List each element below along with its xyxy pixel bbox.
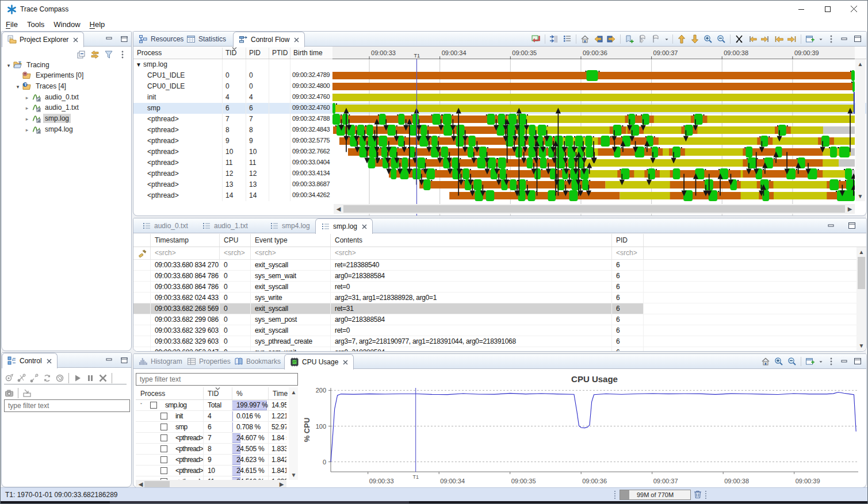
usage-row--pthread-8[interactable]: <pthread>824.505 %1.833 s: [136, 444, 286, 455]
close-tab-icon[interactable]: [343, 360, 348, 365]
event-row-1[interactable]: 09:00:33.680 864 7860sys_sem_waitarg0=21…: [133, 271, 856, 282]
menu-help[interactable]: Help: [85, 18, 110, 30]
go-end-button[interactable]: [786, 33, 798, 45]
scroll-down-icon[interactable]: ▼: [289, 470, 299, 480]
view-menu-button[interactable]: [825, 33, 838, 45]
tab-smp4-log[interactable]: smp4.log: [265, 218, 315, 233]
events-vertical-scrollbar[interactable]: ▲▼: [856, 247, 866, 351]
expand-icon[interactable]: ▸: [22, 125, 32, 133]
window-maximize-button[interactable]: [815, 1, 841, 18]
expand-icon[interactable]: ▸: [22, 114, 32, 122]
events-column-contents[interactable]: Contents: [330, 234, 611, 247]
flow-column-ptid[interactable]: PTID: [269, 47, 290, 59]
events-column-pid[interactable]: PID: [611, 234, 643, 247]
cpu-usage-filter-input[interactable]: type filter text: [136, 373, 298, 386]
event-row-5[interactable]: 09:00:33.682 299 0860sys_sem_postarg0=21…: [133, 314, 856, 325]
flow-column-tid[interactable]: TID: [222, 47, 246, 59]
scroll-right-icon[interactable]: ▶: [845, 204, 855, 214]
expand-icon[interactable]: ˇ: [140, 402, 142, 408]
tab-statistics[interactable]: Statistics: [181, 32, 231, 47]
scroll-thumb[interactable]: [858, 257, 865, 289]
minimize-button[interactable]: [825, 220, 838, 232]
usage-vertical-scrollbar[interactable]: ▲▼: [289, 387, 298, 480]
reset-time-button[interactable]: [579, 33, 591, 45]
add-bookmark-button[interactable]: [623, 33, 636, 45]
event-row-2[interactable]: 09:00:33.680 864 7860exit_syscallret=06: [133, 282, 856, 293]
start-trace-button[interactable]: [71, 372, 84, 384]
expand-icon[interactable]: ▸: [22, 103, 32, 111]
flow-vertical-scrollbar[interactable]: ▲▼: [855, 59, 865, 201]
maximize-button[interactable]: [851, 33, 864, 45]
event-row-4[interactable]: 09:00:33.682 268 5690exit_syscallret=316: [133, 303, 856, 314]
import-session-button[interactable]: [53, 372, 66, 384]
trash-icon[interactable]: [694, 490, 702, 499]
scroll-right-icon[interactable]: ▶: [277, 480, 286, 488]
tab-bookmarks[interactable]: Bookmarks: [229, 354, 286, 369]
event-row-3[interactable]: 09:00:33.682 024 4330sys_writearg2=31, a…: [133, 293, 856, 303]
new-connection-button[interactable]: [3, 372, 16, 384]
connect-button[interactable]: [16, 372, 28, 384]
expand-icon[interactable]: ▾: [4, 61, 13, 69]
scroll-up-icon[interactable]: ▲: [855, 59, 865, 69]
cpu-usage-chart[interactable]: CPU Usage% CPU010020009:00:3309:00:3409:…: [300, 370, 866, 487]
dropdown-button[interactable]: [663, 33, 670, 45]
tab-histogram[interactable]: Histogram: [133, 354, 188, 369]
next-marker-button[interactable]: [649, 33, 662, 45]
expand-icon[interactable]: ▸: [22, 93, 32, 101]
tab-properties[interactable]: Properties: [182, 354, 236, 369]
move-up-button[interactable]: [675, 33, 688, 45]
events-filter-cell[interactable]: <srch>: [250, 249, 276, 257]
close-tab-icon[interactable]: [294, 37, 299, 43]
checkbox[interactable]: [150, 402, 157, 409]
zoom-out-button[interactable]: [786, 355, 798, 368]
checkbox[interactable]: [160, 467, 167, 474]
zoom-out-button[interactable]: [715, 33, 728, 45]
reset-time-button[interactable]: [759, 355, 772, 368]
import-trace-button[interactable]: [21, 387, 33, 399]
align-views-button[interactable]: [530, 33, 542, 45]
new-view-button[interactable]: [804, 355, 816, 368]
usage-row-init-4[interactable]: init40.016 %1.221 ms: [136, 411, 286, 422]
events-filter-cell[interactable]: <srch>: [219, 249, 245, 257]
checkbox[interactable]: [160, 413, 167, 420]
checkbox[interactable]: [160, 434, 167, 441]
maximize-view-icon[interactable]: [121, 357, 128, 364]
checkbox[interactable]: [160, 456, 167, 463]
flow-column-birth time[interactable]: Birth time: [290, 47, 332, 59]
flow-column-pid[interactable]: PID: [246, 47, 269, 59]
menu-window[interactable]: Window: [49, 18, 85, 30]
close-tab-icon[interactable]: [362, 224, 367, 229]
usage-row--pthread-10[interactable]: <pthread>1024.615 %1.841 s: [136, 465, 286, 476]
usage-row--pthread-7[interactable]: <pthread>724.607 %1.84 s: [136, 433, 286, 444]
go-start-button[interactable]: [773, 33, 785, 45]
follow-cpu-button[interactable]: [548, 33, 560, 45]
close-view-icon[interactable]: [73, 37, 78, 43]
usage-row-smp-log-total[interactable]: ˇsmp.logTotal199.997 %14.959 s: [136, 400, 286, 411]
event-row-8[interactable]: 09:00:33.682 352 2470sys_sem_waitarg0=21…: [133, 347, 856, 351]
flow-column-process[interactable]: Process: [133, 47, 222, 59]
close-view-icon[interactable]: [47, 359, 52, 364]
tab-resources[interactable]: Resources: [133, 32, 189, 47]
tree-item-smp-log[interactable]: ▸smp.log: [2, 113, 131, 124]
scroll-up-icon[interactable]: ▲: [856, 247, 866, 257]
next-event-button[interactable]: [605, 33, 618, 45]
tab-audio-0-txt[interactable]: audio_0.txt: [137, 218, 193, 233]
control-filter-input[interactable]: type filter text: [4, 399, 130, 412]
events-column-cpu[interactable]: CPU: [219, 234, 250, 247]
dropdown-button[interactable]: [817, 355, 824, 368]
menu-file[interactable]: File: [1, 18, 22, 30]
prev-state-change-button[interactable]: [746, 33, 759, 45]
window-minimize-button[interactable]: [788, 1, 815, 18]
usage-column-time[interactable]: Time: [268, 387, 289, 400]
minimize-button[interactable]: [838, 33, 851, 45]
tree-item-smp4-log[interactable]: ▸smp4.log: [2, 124, 131, 134]
checkbox[interactable]: [160, 445, 167, 452]
minimize-button[interactable]: [838, 355, 851, 368]
scroll-thumb[interactable]: [144, 481, 170, 487]
minimize-view-icon[interactable]: [106, 36, 113, 43]
scroll-down-icon[interactable]: ▼: [855, 191, 865, 201]
events-column-event-type[interactable]: Event type: [250, 234, 330, 247]
events-column-timestamp[interactable]: Timestamp: [150, 234, 219, 247]
usage-column-tid[interactable]: TID: [203, 387, 232, 400]
tree-item-audio-1-txt[interactable]: ▸audio_1.txt: [2, 102, 131, 113]
